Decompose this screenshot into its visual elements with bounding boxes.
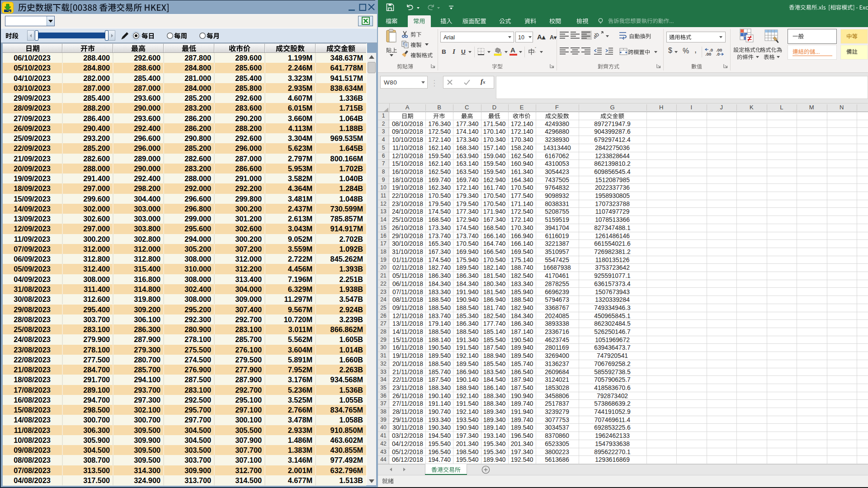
svg-text:.00: .00 xyxy=(705,52,711,56)
svg-text:.0: .0 xyxy=(716,52,720,56)
svg-text:ab: ab xyxy=(594,31,600,40)
